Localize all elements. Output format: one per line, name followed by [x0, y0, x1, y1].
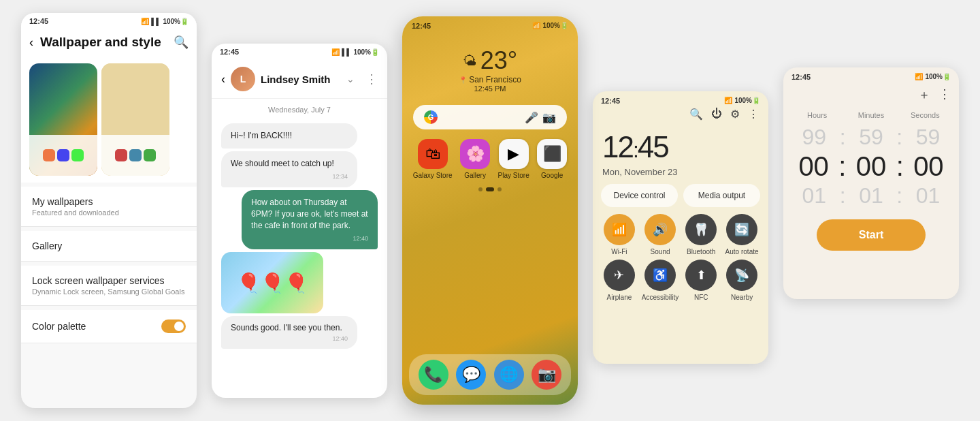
- search-icon[interactable]: 🔍: [174, 35, 189, 50]
- image-bubble: 🎈🎈🎈: [221, 252, 323, 313]
- qs-tile-nfc[interactable]: ⬆ NFC: [683, 260, 719, 301]
- hours-top: 99: [790, 125, 838, 150]
- signal-icon: ▌▌: [151, 18, 161, 25]
- mic-icon[interactable]: 🎤: [525, 111, 538, 124]
- bubble-3: How about on Thursday at 6PM? If you are…: [242, 190, 378, 249]
- device-control-btn[interactable]: Device control: [601, 184, 678, 207]
- galaxy-store-label: Galaxy Store: [413, 172, 453, 179]
- seconds-main[interactable]: 00: [905, 151, 952, 182]
- colon-2: :: [895, 151, 905, 182]
- wp-app-3: [71, 149, 84, 161]
- qs-status-icons: 📶 100%🔋: [724, 97, 760, 105]
- more-icon[interactable]: ⋮: [365, 72, 378, 87]
- app-row-1: 🛍 Galaxy Store 🌸 Gallery ▶ Play Store ⬛ …: [402, 135, 578, 183]
- app-google[interactable]: ⬛ Google: [537, 139, 567, 179]
- time-messages: 12:45: [220, 48, 239, 56]
- qs-status-bar: 12:45 📶 100%🔋: [593, 91, 768, 108]
- search-icon-qs[interactable]: 🔍: [689, 108, 703, 121]
- qs-tile-airplane[interactable]: ✈ Airplane: [601, 260, 638, 301]
- qs-tile-sound[interactable]: 🔊 Sound: [642, 214, 679, 255]
- contact-name: Lindsey Smith: [261, 74, 341, 85]
- google-icon: ⬛: [537, 139, 567, 169]
- bluetooth-tile-icon: 🦷: [685, 214, 717, 245]
- dot-2: [486, 187, 494, 191]
- hours-label: Hours: [790, 111, 844, 122]
- nfc-tile-label: NFC: [694, 294, 708, 301]
- app-gallery[interactable]: 🌸 Gallery: [460, 139, 490, 179]
- wp-app-5: [129, 149, 142, 161]
- wp-app-4: [115, 149, 127, 161]
- timer-wifi-icon: 📶: [915, 73, 923, 81]
- lens-icon[interactable]: 📷: [542, 111, 556, 124]
- home-battery-icon: 100%🔋: [542, 22, 568, 30]
- home-city: San Francisco: [469, 75, 521, 84]
- menu-my-wallpapers[interactable]: My wallpapers Featured and downloaded: [21, 187, 197, 227]
- gallery-icon: 🌸: [460, 139, 490, 169]
- bluetooth-tile-label: Bluetooth: [687, 248, 715, 255]
- menu-lock-screen[interactable]: Lock screen wallpaper services Dynamic L…: [21, 266, 197, 306]
- qs-clock: 12:45: [593, 126, 768, 167]
- qs-controls: 🔍 ⏻ ⚙ ⋮: [593, 108, 768, 126]
- qs-tile-accessibility[interactable]: ♿ Accessibility: [642, 260, 679, 301]
- back-icon[interactable]: ‹: [29, 35, 33, 50]
- autorotate-tile-label: Auto rotate: [725, 248, 759, 255]
- app-galaxy-store[interactable]: 🛍 Galaxy Store: [413, 139, 453, 179]
- back-icon-msg[interactable]: ‹: [221, 72, 225, 87]
- dock-phone[interactable]: 📞: [419, 360, 448, 390]
- messages-panel: 12:45 📶 ▌▌ 100%🔋 ‹ L Lindsey Smith ⌄ ⋮ W…: [212, 44, 387, 398]
- wifi-icon: 📶: [141, 18, 149, 25]
- timer-status-bar: 12:45 📶 100%🔋: [783, 67, 959, 84]
- qs-action-buttons: Device control Media output: [593, 184, 768, 214]
- minutes-top: 59: [847, 125, 896, 150]
- nearby-tile-label: Nearby: [731, 294, 753, 301]
- qs-tile-autorotate[interactable]: 🔄 Auto rotate: [723, 214, 760, 255]
- menu-gallery[interactable]: Gallery: [21, 231, 197, 262]
- dock-internet[interactable]: 🌐: [494, 360, 524, 390]
- menu-color-palette[interactable]: Color palette: [21, 310, 197, 343]
- wp-app-2: [57, 149, 69, 161]
- wallpaper-thumb-1[interactable]: [29, 63, 97, 176]
- add-timer-icon[interactable]: ＋: [918, 87, 930, 103]
- more-timer-icon[interactable]: ⋮: [938, 87, 951, 103]
- bubble-1: Hi~! I'm BACK!!!!: [221, 123, 357, 149]
- wp-inner-1: [29, 135, 97, 176]
- colon-1: :: [837, 151, 847, 182]
- airplane-tile-icon: ✈: [604, 260, 635, 291]
- settings-icon-qs[interactable]: ⚙: [730, 108, 740, 121]
- dock: 📞 💬 🌐 📷: [409, 354, 571, 395]
- wallpaper-thumb-2[interactable]: [101, 63, 169, 176]
- qs-wifi-icon: 📶: [724, 97, 732, 105]
- qs-tiles-grid: 📶 Wi-Fi 🔊 Sound 🦷 Bluetooth 🔄 Auto rotat…: [593, 214, 768, 301]
- qs-tile-wifi[interactable]: 📶 Wi-Fi: [601, 214, 638, 255]
- qs-tile-nearby[interactable]: 📡 Nearby: [723, 260, 760, 301]
- dock-messages[interactable]: 💬: [456, 360, 486, 390]
- dock-camera[interactable]: 📷: [532, 360, 561, 390]
- qs-time: 12:45: [601, 97, 620, 105]
- start-button[interactable]: Start: [817, 219, 926, 251]
- more-icon-qs[interactable]: ⋮: [748, 108, 759, 121]
- qs-battery-icon: 100%🔋: [734, 97, 760, 105]
- qs-date: Mon, November 23: [593, 167, 768, 184]
- qs-tile-bluetooth[interactable]: 🦷 Bluetooth: [683, 214, 719, 255]
- wifi-tile-label: Wi-Fi: [611, 248, 627, 255]
- minutes-main[interactable]: 00: [847, 151, 894, 182]
- hours-main[interactable]: 00: [790, 151, 837, 182]
- wallpaper-title: Wallpaper and style: [40, 35, 167, 50]
- power-icon-qs[interactable]: ⏻: [711, 108, 722, 121]
- color-palette-toggle[interactable]: [161, 319, 186, 333]
- search-bar[interactable]: 🎤 📷: [413, 105, 567, 129]
- signal-icon-msg: ▌▌: [342, 48, 351, 56]
- dropdown-icon[interactable]: ⌄: [346, 74, 355, 84]
- airplane-tile-label: Airplane: [607, 294, 632, 301]
- home-city-time: 12:45 PM: [474, 84, 506, 93]
- timer-battery-icon: 100%🔋: [925, 73, 951, 81]
- dot-1: [478, 187, 483, 191]
- media-output-btn[interactable]: Media output: [683, 184, 760, 207]
- galaxy-store-icon: 🛍: [418, 139, 448, 169]
- seconds-top: 59: [904, 125, 952, 150]
- gallery-label: Gallery: [464, 172, 486, 179]
- wallpaper-previews: [21, 57, 197, 183]
- google-label: Google: [541, 172, 563, 179]
- app-play-store[interactable]: ▶ Play Store: [498, 139, 529, 179]
- home-temp: 23°: [480, 46, 517, 75]
